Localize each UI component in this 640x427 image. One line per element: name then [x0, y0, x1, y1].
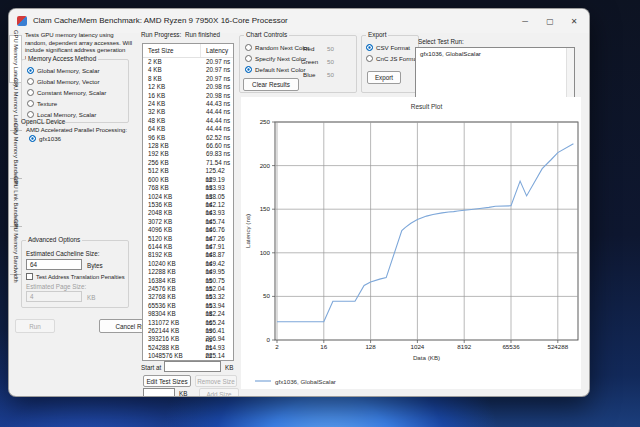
test-size-cell: 1048576 KB	[143, 352, 200, 360]
checkbox-icon	[26, 273, 33, 280]
radio-random-next-color[interactable]: Random Next Color	[245, 42, 309, 53]
table-row[interactable]: 5120 KB147.26 ns	[143, 235, 233, 243]
table-row[interactable]: 1048576 KB225.14 ns	[143, 352, 233, 360]
table-row[interactable]: 393216 KB206.94 ns	[143, 335, 233, 343]
radio-specify-next-color[interactable]: Specify Next Color	[245, 53, 309, 64]
table-row[interactable]: 4 KB20.97 ns	[143, 66, 233, 74]
latency-cell: 145.74 ns	[200, 218, 233, 226]
column-test-size[interactable]: Test Size	[143, 44, 201, 57]
test-size-cell: 12 KB	[143, 83, 200, 91]
table-row[interactable]: 256 KB71.54 ns	[143, 159, 233, 167]
memory-access-method-group: Memory Access Method Global Memory, Scal…	[21, 59, 129, 123]
export-title: Export	[366, 31, 388, 38]
table-row[interactable]: 512 KB125.42 ns	[143, 167, 233, 175]
test-size-cell: 524288 KB	[143, 344, 200, 352]
table-row[interactable]: 24 KB44.43 ns	[143, 100, 233, 108]
latency-cell: 20.97 ns	[200, 58, 230, 66]
close-button[interactable]: ✕	[562, 9, 586, 33]
latency-cell: 153.32 ns	[200, 293, 233, 301]
table-row[interactable]: 65536 KB153.94 ns	[143, 302, 233, 310]
latency-cell: 143.93 ns	[200, 209, 233, 217]
test-size-cell: 32768 KB	[143, 293, 200, 301]
table-row[interactable]: 12288 KB149.95 ns	[143, 268, 233, 276]
table-row[interactable]: 2048 KB143.93 ns	[143, 209, 233, 217]
table-row[interactable]: 98304 KB182.24 ns	[143, 310, 233, 318]
test-size-cell: 64 KB	[143, 125, 200, 133]
add-size-input[interactable]	[143, 388, 175, 397]
test-size-listview[interactable]: Test Size Latency 2 KB20.97 ns4 KB20.97 …	[142, 43, 234, 361]
table-row[interactable]: 96 KB62.52 ns	[143, 134, 233, 142]
radio-icon	[27, 89, 34, 96]
cacheline-size-input[interactable]: 64	[26, 259, 82, 270]
table-row[interactable]: 48 KB44.44 ns	[143, 117, 233, 125]
radio-gfx1036[interactable]: gfx1036	[29, 133, 61, 144]
x-tick-label: 2	[275, 343, 279, 350]
table-row[interactable]: 131072 KB165.24 ns	[143, 319, 233, 327]
page-size-input[interactable]: 4	[26, 291, 82, 302]
table-row[interactable]: 4096 KB146.76 ns	[143, 226, 233, 234]
radio-label: Local Memory, Scalar	[37, 111, 96, 118]
latency-cell: 147.26 ns	[200, 235, 233, 243]
minimize-button[interactable]: ─	[513, 9, 537, 33]
radio-global-memory-scalar[interactable]: Global Memory, Scalar	[27, 65, 106, 76]
table-row[interactable]: 8 KB20.97 ns	[143, 75, 233, 83]
column-latency[interactable]: Latency	[201, 47, 228, 54]
table-row[interactable]: 768 KB133.93 ns	[143, 184, 233, 192]
test-size-cell: 393216 KB	[143, 335, 200, 343]
table-row[interactable]: 128 KB66.60 ns	[143, 142, 233, 150]
table-row[interactable]: 3072 KB145.74 ns	[143, 218, 233, 226]
add-size-button[interactable]: Add Size	[199, 388, 239, 397]
listview-header[interactable]: Test Size Latency	[143, 44, 233, 58]
radio-constant-memory-scalar[interactable]: Constant Memory, Scalar	[27, 87, 106, 98]
radio-global-memory-vector[interactable]: Global Memory, Vector	[27, 76, 106, 87]
green-label: Green	[301, 58, 318, 65]
maximize-button[interactable]: ▢	[538, 9, 562, 33]
test-size-cell: 600 KB	[143, 176, 200, 184]
start-at-input[interactable]	[164, 361, 221, 372]
radio-label: Constant Memory, Scalar	[37, 89, 106, 96]
edit-test-sizes-button[interactable]: Edit Test Sizes	[143, 375, 191, 387]
tlb-penalties-checkbox[interactable]: Test Address Translation Penalties	[26, 273, 125, 280]
latency-cell: 149.95 ns	[200, 268, 233, 276]
latency-cell: 225.14 ns	[200, 352, 233, 360]
table-row[interactable]: 10240 KB149.42 ns	[143, 260, 233, 268]
table-row[interactable]: 32768 KB153.32 ns	[143, 293, 233, 301]
x-tick-label: 16	[320, 343, 327, 350]
page-size-unit-label: KB	[87, 294, 95, 301]
table-row[interactable]: 2 KB20.97 ns	[143, 58, 233, 66]
chart-controls-title: Chart Controls	[244, 31, 289, 38]
export-button[interactable]: Export	[367, 71, 401, 84]
table-row[interactable]: 1024 KB138.05 ns	[143, 193, 233, 201]
table-row[interactable]: 262144 KB196.41 ns	[143, 327, 233, 335]
table-row[interactable]: 1536 KB142.12 ns	[143, 201, 233, 209]
title-bar[interactable]: Clam Cache/Mem Benchmark: AMD Ryzen 9 79…	[9, 9, 589, 33]
test-size-cell: 8192 KB	[143, 251, 200, 259]
remove-size-button[interactable]: Remove Size	[195, 375, 237, 387]
latency-cell: 153.94 ns	[200, 302, 233, 310]
table-row[interactable]: 600 KB129.19 ns	[143, 176, 233, 184]
radio-default-next-color[interactable]: Default Next Color	[245, 64, 309, 75]
table-row[interactable]: 6144 KB147.91 ns	[143, 243, 233, 251]
clear-results-button[interactable]: Clear Results	[243, 78, 299, 91]
table-row[interactable]: 192 KB69.83 ns	[143, 150, 233, 158]
cacheline-unit-label: Bytes	[87, 262, 103, 269]
table-row[interactable]: 8192 KB148.87 ns	[143, 251, 233, 259]
y-tick-label: 250	[260, 118, 271, 125]
table-row[interactable]: 524288 KB214.93 ns	[143, 344, 233, 352]
table-row[interactable]: 24576 KB152.04 ns	[143, 285, 233, 293]
radio-texture[interactable]: Texture	[27, 98, 106, 109]
table-row[interactable]: 16384 KB150.75 ns	[143, 277, 233, 285]
tab-cpu-memory-bandwidth[interactable]: CPU Memory Bandwidth	[10, 131, 22, 179]
table-row[interactable]: 32 KB44.44 ns	[143, 108, 233, 116]
app-window: Clam Cache/Mem Benchmark: AMD Ryzen 9 79…	[8, 8, 590, 397]
table-row[interactable]: 64 KB44.44 ns	[143, 125, 233, 133]
radio-csv-format[interactable]: CSV Format	[366, 42, 419, 53]
radio-cnc-js-format[interactable]: CnC JS Format	[366, 53, 419, 64]
test-run-item[interactable]: gfx1036, GlobalScalar	[416, 48, 574, 57]
run-button[interactable]: Run	[15, 319, 55, 333]
table-row[interactable]: 12 KB20.98 ns	[143, 83, 233, 91]
test-size-cell: 48 KB	[143, 117, 200, 125]
x-tick-label: 128	[365, 343, 376, 350]
table-row[interactable]: 16 KB20.98 ns	[143, 92, 233, 100]
radio-icon	[27, 100, 34, 107]
